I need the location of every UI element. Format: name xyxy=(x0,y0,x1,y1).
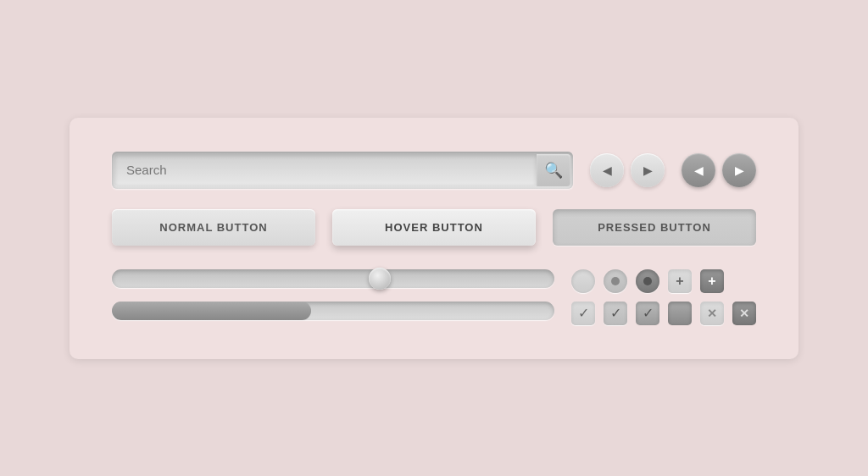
sliders-column xyxy=(112,269,554,320)
checkbox-checked-mid[interactable]: ✓ xyxy=(604,302,627,325)
search-input[interactable] xyxy=(114,154,537,185)
radio-empty-button[interactable] xyxy=(571,269,595,293)
ui-kit-panel: 🔍 ◀ ▶ ◀ ▶ NORMAL BUTTON HOVER BUTTON PRE… xyxy=(70,118,798,359)
triangle-right-icon: ▶ xyxy=(643,163,653,177)
triangle-left-dark-icon: ◀ xyxy=(694,163,704,177)
hover-button[interactable]: HOVER BUTTON xyxy=(332,209,536,246)
search-row: 🔍 ◀ ▶ ◀ ▶ xyxy=(112,152,756,189)
progress-track xyxy=(112,302,554,320)
right-controls: + + ✓ ✓ ✓ ✕ ✕ xyxy=(571,269,756,325)
checkbox-checked-dark[interactable]: ✓ xyxy=(636,302,659,325)
plus-dark-button[interactable]: + xyxy=(700,269,724,293)
radio-row: + + xyxy=(571,269,756,293)
radio-dot-button[interactable] xyxy=(604,269,627,293)
nav-right-light-button[interactable]: ▶ xyxy=(631,153,665,187)
search-button[interactable]: 🔍 xyxy=(537,154,570,186)
nav-right-dark-button[interactable]: ▶ xyxy=(722,153,756,187)
checkbox-x-dark[interactable]: ✕ xyxy=(732,302,756,325)
radio-dark-button[interactable] xyxy=(636,269,659,293)
checkbox-filled-square[interactable] xyxy=(668,302,692,325)
nav-buttons-dark: ◀ ▶ xyxy=(682,153,756,187)
nav-left-dark-button[interactable]: ◀ xyxy=(682,153,715,187)
controls-row: + + ✓ ✓ ✓ ✕ ✕ xyxy=(112,269,756,325)
normal-button[interactable]: NORMAL BUTTON xyxy=(112,209,315,246)
checkbox-checked-light[interactable]: ✓ xyxy=(571,302,595,325)
checkbox-x-light[interactable]: ✕ xyxy=(700,302,724,325)
progress-fill xyxy=(112,302,311,320)
triangle-left-icon: ◀ xyxy=(603,163,612,177)
triangle-right-dark-icon: ▶ xyxy=(735,163,744,177)
pressed-button[interactable]: PRESSED BUTTON xyxy=(553,209,756,246)
plus-light-button[interactable]: + xyxy=(668,269,692,293)
checkbox-row: ✓ ✓ ✓ ✕ ✕ xyxy=(571,302,756,325)
button-row: NORMAL BUTTON HOVER BUTTON PRESSED BUTTO… xyxy=(112,209,756,246)
slider-thumb[interactable] xyxy=(369,268,391,290)
slider-track[interactable] xyxy=(112,269,554,288)
nav-left-light-button[interactable]: ◀ xyxy=(590,153,624,187)
nav-buttons-light: ◀ ▶ xyxy=(590,153,665,187)
search-container: 🔍 xyxy=(112,152,573,189)
